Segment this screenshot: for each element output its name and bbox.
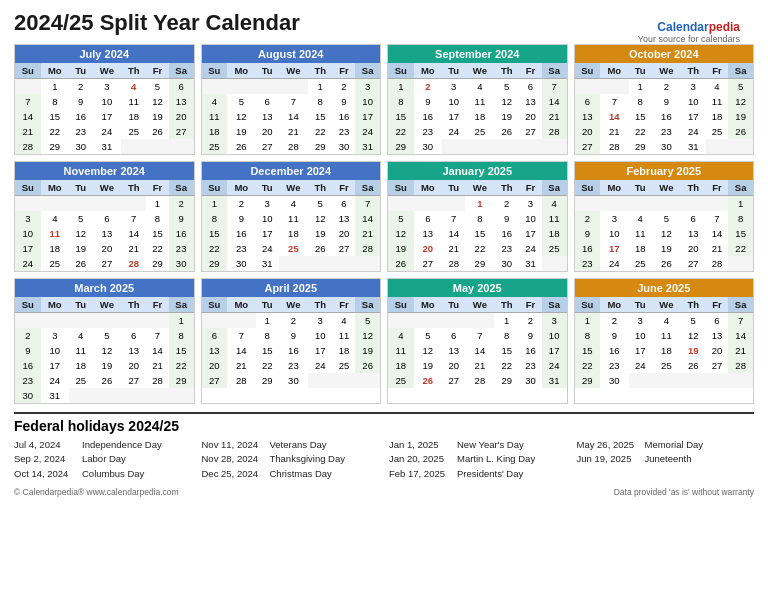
calendar-day	[465, 139, 494, 154]
calendar-day: 30	[414, 139, 442, 154]
calendar-day	[202, 79, 228, 95]
calendar-day: 14	[442, 226, 465, 241]
calendar-october-2024: October 2024SuMoTuWeThFrSa12345678910111…	[574, 44, 755, 155]
calendar-day	[542, 139, 567, 154]
calendar-day: 22	[169, 358, 194, 373]
calendar-day: 10	[41, 343, 69, 358]
calendar-day: 3	[308, 313, 333, 329]
weekday-header: Mo	[414, 63, 442, 79]
calendar-day: 3	[442, 79, 465, 95]
holiday-date: Jan 1, 2025	[389, 438, 457, 452]
calendar-day: 17	[629, 343, 652, 358]
calendar-day: 27	[442, 373, 465, 388]
calendar-day	[279, 256, 308, 271]
calendar-day: 15	[494, 343, 519, 358]
calendar-day	[629, 373, 652, 388]
calendar-day: 4	[652, 313, 681, 329]
holiday-item: Jun 19, 2025Juneteenth	[577, 452, 755, 466]
holiday-column: Jan 1, 2025New Year's DayJan 20, 2025Mar…	[389, 438, 567, 481]
calendar-day: 5	[69, 211, 92, 226]
footer-left: © Calendarpedia® www.calendarpedia.com	[14, 487, 179, 497]
calendar-day: 16	[414, 109, 442, 124]
calendar-day: 16	[15, 358, 41, 373]
calendar-day: 13	[519, 94, 542, 109]
calendar-day: 10	[542, 328, 567, 343]
calendar-day: 14	[728, 328, 753, 343]
calendar-day: 27	[121, 373, 146, 388]
holiday-name: Labor Day	[82, 453, 126, 464]
calendar-day: 17	[256, 226, 279, 241]
weekday-header: Th	[308, 180, 333, 196]
month-header: February 2025	[575, 162, 754, 180]
holiday-name: Veterans Day	[270, 439, 327, 450]
weekday-header: We	[92, 180, 121, 196]
calendar-day: 21	[355, 226, 380, 241]
calendar-day: 3	[15, 211, 41, 226]
calendar-day: 24	[629, 358, 652, 373]
weekday-header: Mo	[600, 63, 628, 79]
weekday-header: Su	[15, 63, 41, 79]
weekday-header: Su	[388, 63, 414, 79]
month-header: July 2024	[15, 45, 194, 63]
calendar-day: 3	[92, 79, 121, 95]
calendar-day: 5	[388, 211, 414, 226]
weekday-header: Tu	[69, 63, 92, 79]
calendar-day: 18	[41, 241, 69, 256]
weekday-header: Fr	[519, 63, 542, 79]
calendar-day: 19	[681, 343, 706, 358]
calendar-day: 8	[465, 211, 494, 226]
calendar-day: 4	[69, 328, 92, 343]
calendar-day: 20	[121, 358, 146, 373]
calendar-day: 22	[256, 358, 279, 373]
calendar-day: 2	[69, 79, 92, 95]
calendar-day: 10	[256, 211, 279, 226]
calendar-day: 4	[41, 211, 69, 226]
holiday-date: Nov 11, 2024	[202, 438, 270, 452]
calendar-day: 18	[652, 343, 681, 358]
calendar-day	[308, 373, 333, 388]
weekday-header: Sa	[728, 180, 753, 196]
calendar-day: 1	[41, 79, 69, 95]
weekday-header: Tu	[442, 63, 465, 79]
calendar-day: 14	[146, 343, 169, 358]
calendar-day: 28	[465, 373, 494, 388]
calendar-day: 15	[169, 343, 194, 358]
calendar-day	[414, 313, 442, 329]
calendar-day: 6	[519, 79, 542, 95]
calendar-day: 29	[202, 256, 228, 271]
holiday-name: Presidents' Day	[457, 468, 523, 479]
calendar-day: 5	[308, 196, 333, 212]
calendar-day: 1	[388, 79, 414, 95]
calendar-day: 6	[169, 79, 194, 95]
footer: © Calendarpedia® www.calendarpedia.com D…	[14, 487, 754, 497]
calendar-day: 1	[494, 313, 519, 329]
calendar-day: 24	[542, 358, 567, 373]
calendar-february-2025: February 2025SuMoTuWeThFrSa1234567891011…	[574, 161, 755, 272]
calendar-day	[333, 373, 356, 388]
weekday-header: Sa	[542, 63, 567, 79]
calendar-day: 30	[652, 139, 681, 154]
holiday-item: Dec 25, 2024Christmas Day	[202, 467, 380, 481]
calendar-day: 17	[442, 109, 465, 124]
calendar-day: 6	[92, 211, 121, 226]
calendar-day: 17	[355, 109, 380, 124]
calendar-day: 18	[279, 226, 308, 241]
holiday-date: May 26, 2025	[577, 438, 645, 452]
month-header: June 2025	[575, 279, 754, 297]
weekday-header: Su	[202, 63, 228, 79]
calendar-day: 8	[308, 94, 333, 109]
calendar-day: 21	[465, 358, 494, 373]
calendar-day: 18	[121, 109, 146, 124]
calendar-day: 29	[575, 373, 601, 388]
calendar-day: 19	[652, 241, 681, 256]
calendar-day: 5	[146, 79, 169, 95]
calendar-day	[600, 79, 628, 95]
calendar-day: 13	[414, 226, 442, 241]
holiday-column: Nov 11, 2024Veterans DayNov 28, 2024Than…	[202, 438, 380, 481]
weekday-header: Fr	[706, 180, 729, 196]
weekday-header: Tu	[69, 180, 92, 196]
calendar-day: 15	[575, 343, 601, 358]
calendar-day: 26	[414, 373, 442, 388]
calendar-day: 14	[121, 226, 146, 241]
calendar-day	[92, 313, 121, 329]
